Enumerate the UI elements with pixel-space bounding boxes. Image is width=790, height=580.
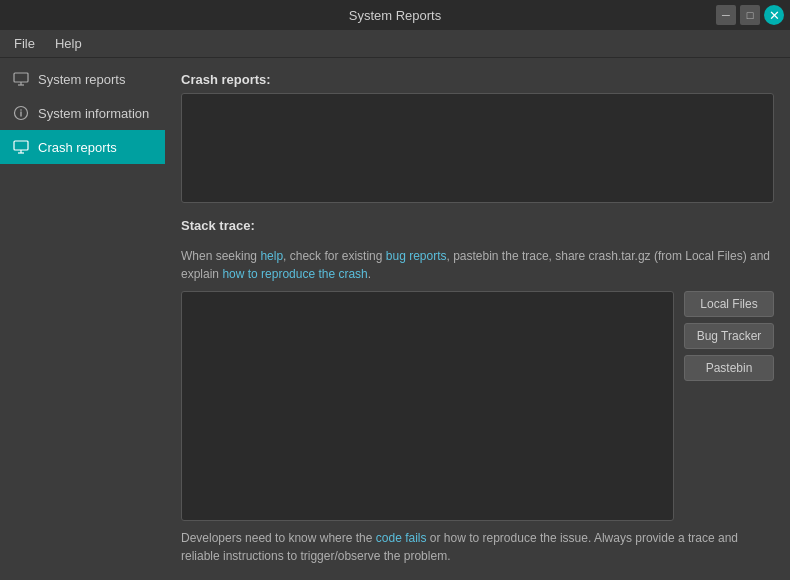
close-button[interactable]: ✕ xyxy=(764,5,784,25)
how-to-reproduce-link[interactable]: how to reproduce the crash xyxy=(222,267,367,281)
sidebar-item-crash-reports[interactable]: Crash reports xyxy=(0,130,165,164)
sidebar: System reports System information Cras xyxy=(0,58,165,580)
monitor-icon xyxy=(12,70,30,88)
sidebar-item-system-information[interactable]: System information xyxy=(0,96,165,130)
bottom-note: Developers need to know where the code f… xyxy=(181,529,774,565)
window-title: System Reports xyxy=(349,8,441,23)
bug-reports-link[interactable]: bug reports xyxy=(386,249,447,263)
titlebar: System Reports ─ □ ✕ xyxy=(0,0,790,30)
local-files-button[interactable]: Local Files xyxy=(684,291,774,317)
svg-rect-0 xyxy=(14,73,28,82)
crash-reports-label: Crash reports: xyxy=(181,72,774,87)
sidebar-item-crash-reports-label: Crash reports xyxy=(38,140,117,155)
sidebar-item-system-reports-label: System reports xyxy=(38,72,125,87)
svg-point-5 xyxy=(20,109,22,111)
crash-reports-textarea[interactable] xyxy=(181,93,774,203)
window-controls: ─ □ ✕ xyxy=(716,5,784,25)
sidebar-item-system-information-label: System information xyxy=(38,106,149,121)
stack-trace-row: Local Files Bug Tracker Pastebin xyxy=(181,291,774,521)
menubar: File Help xyxy=(0,30,790,58)
pastebin-button[interactable]: Pastebin xyxy=(684,355,774,381)
content-area: Crash reports: Stack trace: When seeking… xyxy=(165,58,790,580)
menu-help[interactable]: Help xyxy=(45,32,92,55)
maximize-button[interactable]: □ xyxy=(740,5,760,25)
svg-rect-6 xyxy=(14,141,28,150)
help-link[interactable]: help xyxy=(260,249,283,263)
stack-trace-textarea[interactable] xyxy=(181,291,674,521)
stack-trace-section: Stack trace: When seeking help, check fo… xyxy=(181,218,774,565)
alert-icon xyxy=(12,138,30,156)
main-layout: System reports System information Cras xyxy=(0,58,790,580)
code-link[interactable]: code fails xyxy=(376,531,427,545)
stack-buttons: Local Files Bug Tracker Pastebin xyxy=(684,291,774,381)
sidebar-item-system-reports[interactable]: System reports xyxy=(0,62,165,96)
menu-file[interactable]: File xyxy=(4,32,45,55)
stack-trace-label: Stack trace: xyxy=(181,218,774,233)
stack-trace-description: When seeking help, check for existing bu… xyxy=(181,247,774,283)
info-icon xyxy=(12,104,30,122)
bug-tracker-button[interactable]: Bug Tracker xyxy=(684,323,774,349)
minimize-button[interactable]: ─ xyxy=(716,5,736,25)
crash-reports-section: Crash reports: xyxy=(181,72,774,206)
